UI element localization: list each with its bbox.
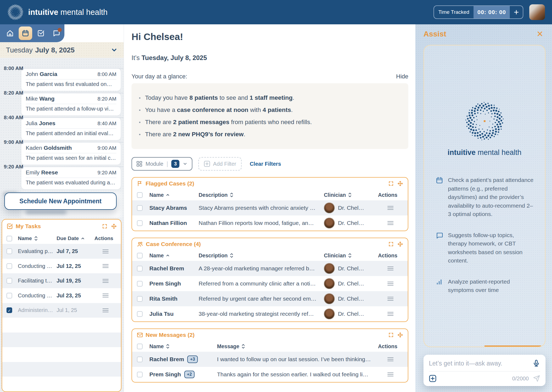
task-checkbox[interactable]	[6, 263, 12, 269]
select-all-checkbox[interactable]	[6, 236, 12, 241]
table-row[interactable]: Rachel Brem A 28-year-old marketing mana…	[132, 261, 408, 276]
char-counter: 0/2000	[512, 376, 529, 382]
menu-icon[interactable]	[387, 205, 394, 210]
sidebar: Tuesday July 8, 2025 8:00 AM John Garcia…	[0, 24, 124, 392]
attach-plus-icon[interactable]	[429, 375, 436, 382]
menu-icon[interactable]	[102, 293, 109, 298]
add-time-button[interactable]: +	[510, 6, 523, 18]
col-name[interactable]: Name	[149, 192, 199, 198]
tasks-col-due[interactable]: Due Date	[57, 235, 94, 241]
tab-tasks[interactable]	[34, 26, 48, 40]
task-row[interactable]: Administering psy… Jul 1, 25	[2, 303, 121, 318]
tab-calendar[interactable]	[19, 26, 32, 40]
menu-icon[interactable]	[102, 264, 109, 268]
table-header-row: Name Description Clinician Actions	[132, 190, 408, 200]
col-name[interactable]: Name	[149, 253, 199, 259]
select-all-checkbox[interactable]	[137, 253, 143, 258]
task-checkbox[interactable]	[6, 293, 12, 298]
appointment-card[interactable]: Mike Wang8:20 AM The patient attended a …	[21, 93, 121, 116]
table-row[interactable]: Stacy Abrams Stacy Abrams presents with …	[132, 200, 408, 215]
tab-messages[interactable]	[50, 26, 63, 40]
table-row[interactable]: Nathan Fillion Nathan Fillion reports lo…	[132, 215, 408, 231]
menu-icon[interactable]	[102, 249, 109, 254]
task-row[interactable]: Evaluating patient… Jul 7, 25	[2, 244, 121, 259]
task-row[interactable]: Conducting routin… Jul 12, 25	[2, 259, 121, 274]
select-all-checkbox[interactable]	[137, 344, 143, 349]
col-message[interactable]: Message	[217, 343, 378, 350]
task-checkbox[interactable]	[6, 278, 12, 284]
row-checkbox[interactable]	[137, 296, 143, 302]
module-filter-dropdown[interactable]: Module | 3	[132, 157, 192, 171]
expand-icon[interactable]	[388, 181, 394, 186]
add-filter-button[interactable]: Add Filter	[198, 157, 242, 171]
tasks-col-name[interactable]: Name	[18, 235, 57, 241]
schedule-slot: 8:00 AM John Garcia8:00 AM The patient w…	[0, 68, 124, 93]
move-icon[interactable]	[397, 181, 403, 186]
row-checkbox[interactable]	[137, 311, 143, 317]
unread-count-badge: +2	[184, 371, 195, 378]
menu-icon[interactable]	[102, 278, 109, 283]
sort-both-icon	[230, 253, 234, 258]
assist-panel: Assist ✕ intuitive mental health Check a…	[415, 24, 552, 392]
mic-icon[interactable]	[533, 360, 540, 367]
task-checkbox[interactable]	[6, 307, 12, 313]
row-checkbox[interactable]	[137, 281, 143, 287]
assist-chat-input[interactable]	[429, 360, 529, 367]
glance-item: There are 2 patient messages from patien…	[139, 119, 401, 126]
row-checkbox[interactable]	[137, 357, 143, 362]
menu-icon[interactable]	[387, 281, 394, 286]
user-avatar[interactable]	[529, 4, 545, 20]
task-checkbox[interactable]	[6, 248, 12, 254]
table-row[interactable]: Rachel Brem+3 I wanted to follow up on o…	[132, 352, 408, 367]
menu-icon[interactable]	[387, 221, 394, 225]
appointment-card[interactable]: Emily Reese9:20 AM The patient was evalu…	[21, 167, 121, 190]
table-row[interactable]: Prem Singh+2 Thanks again for the sessio…	[132, 367, 408, 382]
col-description[interactable]: Description	[199, 253, 324, 259]
assist-card: intuitive mental health Check a patient’…	[423, 45, 546, 347]
move-icon[interactable]	[397, 332, 403, 338]
chat-icon	[436, 232, 443, 239]
row-checkbox[interactable]	[137, 266, 143, 271]
move-icon[interactable]	[397, 241, 403, 247]
col-name[interactable]: Name	[149, 343, 217, 350]
appointment-card[interactable]: Julia Jones8:40 AM The patient attended …	[21, 117, 121, 140]
sort-both-icon	[34, 236, 38, 241]
close-icon[interactable]: ✕	[537, 30, 543, 38]
tab-home[interactable]	[3, 26, 17, 40]
table-row[interactable]: Julia Tsu 38-year-old marketing strategi…	[132, 306, 408, 321]
appointment-card[interactable]: Kaden Goldsmith9:00 AM The patient was s…	[21, 142, 121, 165]
menu-icon[interactable]	[102, 308, 109, 313]
col-clinician[interactable]: Clinician	[324, 253, 378, 259]
tabbar	[0, 24, 64, 42]
table-row[interactable]: Rita Smith Referred by urgent care after…	[132, 291, 408, 306]
chevron-down-icon[interactable]	[111, 46, 118, 54]
people-icon	[137, 241, 143, 247]
menu-icon[interactable]	[387, 372, 394, 377]
row-checkbox[interactable]	[137, 220, 143, 226]
task-row[interactable]: Conducting diagn… Jul 23, 25	[2, 288, 121, 303]
clear-filters-button[interactable]: Clear Filters	[250, 161, 281, 167]
menu-icon[interactable]	[387, 266, 394, 271]
appointment-card[interactable]: John Garcia8:00 AM The patient was first…	[21, 68, 121, 91]
tasks-col-actions: Actions	[94, 235, 117, 241]
time-label: 9:20 AM	[4, 164, 23, 170]
col-clinician[interactable]: Clinician	[324, 192, 378, 198]
move-icon[interactable]	[111, 224, 117, 229]
schedule-new-appointment-button[interactable]: Schedule New Appointment	[4, 192, 117, 210]
row-checkbox[interactable]	[137, 205, 143, 211]
row-checkbox[interactable]	[137, 372, 143, 377]
select-all-checkbox[interactable]	[137, 192, 143, 198]
menu-icon[interactable]	[387, 311, 394, 316]
menu-icon[interactable]	[387, 357, 394, 362]
task-row[interactable]: Facilitating therap… Jul 19, 25	[2, 273, 121, 288]
expand-icon[interactable]	[388, 332, 394, 338]
send-icon[interactable]	[533, 375, 540, 382]
brand: intuitive mental health	[7, 4, 107, 21]
expand-icon[interactable]	[102, 224, 107, 229]
menu-icon[interactable]	[387, 296, 394, 301]
glance-item: Today you have 8 patients to see and 1 s…	[139, 94, 401, 101]
hide-link[interactable]: Hide	[396, 73, 408, 80]
col-description[interactable]: Description	[199, 192, 324, 198]
table-row[interactable]: Prem Singh Referred from a community cli…	[132, 276, 408, 291]
expand-icon[interactable]	[388, 241, 394, 247]
